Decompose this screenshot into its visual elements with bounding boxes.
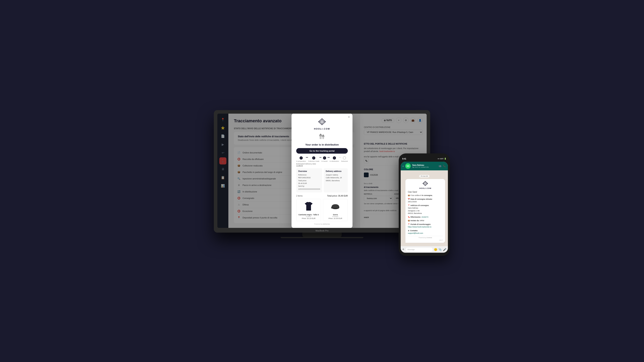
chat-body: Fri Jun 26 HOOLI.COM	[401, 170, 448, 246]
chat-sub: tap here for contact info	[412, 166, 437, 168]
step-dot-collection	[312, 156, 315, 159]
bubble-logo: HOOLI.COM	[408, 181, 443, 189]
bubble-time: 19:17	[408, 240, 443, 241]
video-icon[interactable]: 📹	[438, 165, 442, 167]
overview-reference-label: Reference: REF246523532	[298, 173, 320, 179]
chat-info: Sara Dalmau tap here for contact info	[412, 164, 437, 168]
step-collection: Collection made	[308, 156, 319, 162]
contact-link[interactable]: support@hooli.com	[408, 232, 423, 234]
modal-overlay[interactable]: ✕ HOOLI.COM	[217, 114, 427, 228]
tshirt-image	[303, 201, 314, 213]
overview-box: Overview Reference: REF246523532 Total p…	[296, 168, 322, 193]
delivery-date-value: 11/8/23	[296, 165, 303, 167]
tshirt-price: Price: 25.10 EUR	[298, 218, 319, 219]
modal-close-button[interactable]: ✕	[348, 115, 350, 119]
mic-icon[interactable]: 🎤	[443, 248, 446, 251]
item-card-tshirt: Camiseta negra - Talla S E78687 Price: 2…	[296, 199, 321, 221]
step-transit: In transit	[322, 156, 328, 162]
iphone-status-icons: ▪▪▪ WiFi 🔋	[438, 158, 446, 160]
cap-image	[330, 201, 341, 213]
delivery-address-box: Delivery address Joaquín Sabina Calle Me…	[324, 168, 348, 193]
bubble-reference: 🔖 Riferimento: 1518273	[408, 216, 443, 219]
svg-marker-6	[319, 133, 322, 135]
bubble-logo-icon	[422, 181, 428, 187]
chat-name: Sara Dalmau	[412, 164, 437, 166]
connector-1	[306, 157, 308, 157]
iphone-time: 9:41	[402, 158, 406, 160]
step-dot-preparation	[300, 156, 303, 159]
bubble-delivery-status: 📦 Il tuo ordine è in consegna.	[408, 194, 443, 197]
battery-icon: 🔋	[444, 158, 446, 160]
delivery-address-lines: Joaquín Sabina Calle Melancolía, 18 0800…	[326, 173, 346, 182]
macbook-label: MacBook Pro	[217, 228, 427, 233]
iphone-screen: ‹ SD Sara Dalmau tap here for contact in…	[401, 162, 448, 253]
cap-name: Gorra	[325, 214, 346, 216]
modal-logo: HOOLI.COM	[296, 118, 348, 130]
reference-link[interactable]: 1518273	[421, 216, 428, 218]
item-card-cap: Gorra 9799987 Price: 10.30 EUR	[323, 199, 348, 221]
step-label-preparation: In preparation	[296, 160, 306, 162]
overview-total: Total price: 35.40 EUR	[298, 179, 320, 185]
modal-heading: Your order is in distribution	[296, 143, 348, 146]
chat-avatar: SD	[405, 163, 411, 169]
chat-header: ‹ SD Sara Dalmau tap here for contact in…	[401, 162, 448, 170]
plus-icon[interactable]: +	[402, 247, 404, 252]
iphone-device: 9:41 ▪▪▪ WiFi 🔋 ‹ SD Sara Dalmau tap her…	[399, 153, 450, 256]
hooli-logo-icon	[318, 118, 326, 126]
date-chip: Fri Jun 26	[419, 175, 430, 177]
bubble-powered-by: Powered by deliverea	[408, 236, 443, 238]
portal-tracking-link[interactable]: https://www.hooli.trackorder.io	[408, 226, 431, 228]
chat-action-icons: 📹 📞	[438, 165, 446, 167]
items-header: 2 items Total price: 35.40 EUR	[296, 195, 348, 197]
chat-media-icons: 🙂 📎 🎤	[434, 248, 446, 251]
powered-by: Powered by deliverea	[296, 223, 348, 225]
overview-title: Overview	[298, 170, 320, 172]
phone-icon[interactable]: 📞	[443, 165, 446, 167]
wifi-icon: WiFi	[440, 158, 444, 160]
svg-rect-4	[320, 136, 322, 139]
bubble-portal: 📍 Portale di monitoraggio: https://www.h…	[408, 223, 443, 229]
svg-rect-5	[319, 135, 322, 136]
attach-icon[interactable]: 📎	[438, 248, 442, 251]
connector-3	[328, 157, 330, 157]
back-icon[interactable]: ‹	[403, 164, 404, 168]
step-label-delivered: Delivered	[341, 160, 348, 162]
macbook-stand	[302, 233, 342, 237]
signal-icon: ▪▪▪	[438, 158, 440, 160]
overview-sent: Sent by: 12XXXXXXXXXXXXXXXXX	[298, 185, 320, 191]
chat-input[interactable]: Message	[406, 248, 433, 252]
iphone-body: 9:41 ▪▪▪ WiFi 🔋 ‹ SD Sara Dalmau tap her…	[399, 153, 450, 256]
step-label-distribution: In distribution	[330, 160, 339, 162]
step-dot-transit	[323, 156, 326, 159]
cap-ref: 9799987	[325, 216, 346, 218]
connector-2	[320, 157, 322, 157]
tracking-portal-button[interactable]: Go to the tracking portal	[296, 148, 348, 154]
tshirt-ref: E78687	[298, 216, 319, 218]
step-dot-delivered	[343, 156, 346, 159]
bubble-greeting: Ciao Sara!	[408, 191, 443, 193]
step-dot-distribution	[333, 156, 336, 159]
items-count: 2 items	[296, 195, 302, 197]
delivery-date-label: Estimated delivery date	[296, 163, 348, 165]
items-grid: Camiseta negra - Talla S E78687 Price: 2…	[296, 199, 348, 221]
macbook-base	[281, 237, 363, 238]
cap-price: Price: 10.30 EUR	[325, 218, 346, 219]
delivery-date-section: Estimated delivery date 11/8/23	[296, 163, 348, 167]
macbook-notch	[310, 110, 334, 114]
bubble-address: 📍 Indirizzo di consegna: Sara Dalmau Zar…	[408, 204, 443, 215]
svg-marker-9	[322, 134, 324, 136]
bubble-estimated-delivery: 📅 Data di consegna stimata: 28/11/2025	[408, 198, 443, 203]
iphone-status-bar: 9:41 ▪▪▪ WiFi 🔋	[401, 156, 448, 161]
logo-text: HOOLI.COM	[296, 128, 348, 130]
bubble-sender: 📦 Inviato da: MRW	[408, 219, 443, 222]
message-bubble: HOOLI.COM Ciao Sara! 📦 Il tuo ordine è i…	[406, 179, 445, 243]
step-preparation: In preparation	[296, 156, 306, 162]
step-label-collection: Collection made	[308, 160, 319, 162]
step-delivered: Delivered	[341, 156, 348, 162]
macbook-screen: 📍 ⭐ 📄 ▶ ↩ 📍 🖥 📋 📊 Tracciamento avanzato …	[217, 114, 427, 228]
order-details: Overview Reference: REF246523532 Total p…	[296, 168, 348, 193]
bubble-contact: 🖥 Contatto: support@hooli.com	[408, 230, 443, 235]
macbook-body: 📍 ⭐ 📄 ▶ ↩ 📍 🖥 📋 📊 Tracciamento avanzato …	[214, 110, 430, 233]
sticker-icon[interactable]: 🙂	[434, 248, 437, 251]
bubble-company-name: HOOLI.COM	[408, 187, 443, 189]
